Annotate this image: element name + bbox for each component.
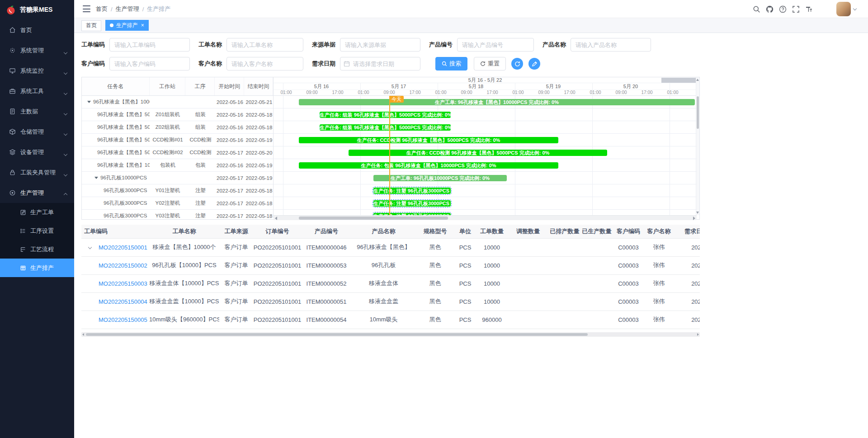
col-workorder-code: 工单编码 <box>81 225 149 238</box>
scroll-left-icon[interactable] <box>82 333 84 336</box>
workorder-name-input[interactable] <box>226 38 303 52</box>
search-icon[interactable] <box>753 5 760 13</box>
close-icon[interactable]: × <box>141 23 144 28</box>
expand-caret-icon[interactable] <box>89 244 99 251</box>
chevron-down-icon <box>853 7 857 10</box>
table-row[interactable]: MO202205150001 移液盒【黑色】10000个 客户订单 PO2022… <box>81 238 700 256</box>
scrollbar-thumb[interactable] <box>697 96 699 129</box>
sidebar-item-system-monitor[interactable]: 系统监控 <box>0 61 74 81</box>
gantt-horizontal-scrollbar[interactable] <box>274 215 697 220</box>
workorder-link[interactable]: MO202205150005 <box>99 316 147 323</box>
collapse-caret-icon[interactable] <box>87 101 91 103</box>
field-label: 需求日期 <box>312 60 335 68</box>
gantt-task-row[interactable]: 96孔孔板10000PCS 2022-05-17 2022-05-19 <box>82 172 273 184</box>
sidebar-item-tooling[interactable]: 工装夹具管理 <box>0 162 74 183</box>
github-icon[interactable] <box>766 5 774 13</box>
tab-production-scheduling[interactable]: 生产排产 × <box>105 20 149 31</box>
sidebar-item-process-flow[interactable]: 工艺流程 <box>0 240 74 259</box>
collapse-caret-icon[interactable] <box>94 177 98 179</box>
gantt-bar-task-selected[interactable]: 生产任务: 注塑 96孔孔板3000PCS 完成比例: 0% <box>373 188 451 194</box>
scroll-left-icon[interactable] <box>275 217 277 220</box>
help-icon[interactable] <box>779 5 787 13</box>
sidebar-item-equipment[interactable]: 设备管理 <box>0 142 74 162</box>
workorder-link[interactable]: MO202205150002 <box>99 262 147 269</box>
workorder-code-input[interactable] <box>109 38 190 52</box>
product-name-input[interactable] <box>571 38 651 52</box>
demand-date-input[interactable] <box>340 57 420 71</box>
gantt-task-row[interactable]: 96孔移液盒【黑色】5000PCS Z02组装机 组装 2022-05-16 2… <box>82 121 273 134</box>
gantt-bar-task[interactable]: 生产任务: CCD检测 96孔移液盒【黑色】5000PCS 完成比例: 0% <box>299 137 558 143</box>
gantt-task-row[interactable]: 96孔移液盒【黑色】5000PCS CCD检测#02 CCD检测 2022-05… <box>82 146 273 159</box>
scrollbar-thumb[interactable] <box>86 333 588 336</box>
app-title: 苦糖果MES <box>20 6 52 14</box>
table-row[interactable]: MO202205150004 移液盒盒盖【10000】PCS 客户订单 PO20… <box>81 292 700 311</box>
gantt-bar-row: 生产任务: CCD检测 96孔移液盒【黑色】5000PCS 完成比例: 0% <box>274 134 697 146</box>
fullscreen-icon[interactable] <box>792 5 800 13</box>
customer-name-input[interactable] <box>226 57 303 71</box>
gantt-bar-task[interactable]: 生产任务: CCD检测 96孔移液盒【黑色】5000PCS 完成比例: 0% <box>349 150 607 156</box>
scrollbar-thumb[interactable] <box>299 217 448 220</box>
gantt-task-row[interactable]: 96孔移液盒【黑色】5000PCS CCD检测#01 CCD检测 2022-05… <box>82 134 273 146</box>
sidebar-item-system-admin[interactable]: 系统管理 <box>0 40 74 61</box>
chevron-down-icon <box>64 150 67 157</box>
gantt-task-row[interactable]: 96孔移液盒【黑色】10000PCS 包装机 包装 2022-05-16 202… <box>82 159 273 172</box>
gantt-bar-row: 生产任务: 组装 96孔移液盒【黑色】5000PCS 完成比例: 0% <box>274 121 697 134</box>
sidebar-item-process-settings[interactable]: 工序设置 <box>0 221 74 240</box>
cell-adjust-qty <box>508 311 548 329</box>
gantt-bar-task-selected[interactable]: 生产任务: 注塑 96孔孔板3000PCS 完成比例: 0% <box>373 200 451 207</box>
scroll-up-icon[interactable] <box>696 79 699 81</box>
table-row[interactable]: MO202205150003 移液盒盒体【10000】PCS 客户订单 PO20… <box>81 274 700 292</box>
avatar[interactable] <box>836 2 851 16</box>
sidebar-item-production[interactable]: 生产管理 <box>0 183 74 203</box>
table-row[interactable]: MO202205150005 10mm吸头【960000】PCS 客户订单 PO… <box>81 311 700 329</box>
reset-button[interactable]: 重置 <box>474 57 506 71</box>
customer-code-input[interactable] <box>109 57 190 71</box>
gantt-bar-workorder[interactable]: 生产工单: 96孔孔板10000PCS 完成比例: 0% <box>373 175 507 181</box>
sidebar-item-production-scheduling[interactable]: 生产排产 <box>0 259 74 277</box>
user-menu[interactable] <box>836 2 856 16</box>
table-horizontal-scrollbar[interactable] <box>81 332 700 337</box>
hour-label: 09:00 <box>538 90 549 95</box>
sidebar-item-home[interactable]: 首页 <box>0 20 74 40</box>
scroll-right-icon[interactable] <box>697 333 699 336</box>
gantt-bar-task[interactable]: 生产任务: 包装 96孔移液盒【黑色】10000PCS 完成比例: 0% <box>299 162 558 169</box>
gantt-task-row[interactable]: 96孔孔板3000PCS Y01注塑机 注塑 2022-05-17 2022-0… <box>82 184 273 197</box>
refresh-schedule-button[interactable] <box>511 58 523 70</box>
table-row[interactable]: MO202205150002 96孔孔板【10000】PCS 客户订单 PO20… <box>81 256 700 274</box>
breadcrumb-home[interactable]: 首页 <box>96 5 108 13</box>
cell-spec: 黑色 <box>416 256 454 274</box>
cell-source: 客户订单 <box>219 256 253 274</box>
breadcrumb-current: 生产排产 <box>147 5 170 13</box>
workorder-link[interactable]: MO202205150004 <box>99 298 147 305</box>
tab-home[interactable]: 首页 <box>81 20 101 31</box>
gantt-task-row[interactable]: 96孔移液盒【黑色】5000PCS Z01组装机 组装 2022-05-16 2… <box>82 108 273 121</box>
product-code-input[interactable] <box>457 38 534 52</box>
gantt-bar-task[interactable]: 生产任务: 组装 96孔移液盒【黑色】5000PCS 完成比例: 0% <box>320 112 451 118</box>
breadcrumb-production[interactable]: 生产管理 <box>116 5 139 13</box>
sidebar-item-master-data[interactable]: 主数据 <box>0 101 74 122</box>
workorder-link[interactable]: MO202205150001 <box>99 244 147 251</box>
gantt-task-row[interactable]: 96孔移液盒【黑色】10000PCS 2022-05-16 2022-05-21 <box>82 96 273 108</box>
cell-adjust-qty <box>508 238 548 256</box>
sidebar-item-production-workorder[interactable]: 生产工单 <box>0 203 74 221</box>
gantt-task-row[interactable]: 96孔孔板3000PCS Y02注塑机 注塑 2022-05-17 2022-0… <box>82 197 273 210</box>
sidebar-item-system-tools[interactable]: 系统工具 <box>0 81 74 101</box>
workorder-link[interactable]: MO202205150003 <box>99 280 147 287</box>
search-button[interactable]: 搜索 <box>435 57 467 71</box>
sidebar-item-warehouse[interactable]: 仓储管理 <box>0 122 74 142</box>
scroll-right-icon[interactable] <box>693 217 695 220</box>
font-size-icon[interactable] <box>805 5 813 13</box>
cell-qty: 10000 <box>476 274 508 292</box>
task-workstation: 包装机 <box>150 162 186 169</box>
task-name: 96孔移液盒【黑色】5000PCS <box>97 111 150 118</box>
cell-customer-code: C00003 <box>613 311 644 329</box>
task-workstation: Z01组装机 <box>150 111 186 118</box>
gantt-task-row[interactable]: 96孔孔板3000PCS Y03注塑机 注塑 2022-05-17 2022-0… <box>82 210 273 218</box>
table-header-row: 工单编码 工单名称 工单来源 订单编号 产品编号 产品名称 规格型号 单位 工单… <box>81 225 700 238</box>
gantt-bar-task-selected[interactable]: 生产任务: 注塑 96孔孔板3000PCS 完成比例: 0% <box>373 213 451 215</box>
edit-schedule-button[interactable] <box>528 58 540 70</box>
source-doc-input[interactable] <box>340 38 420 52</box>
hamburger-menu-icon[interactable] <box>83 5 90 12</box>
gantt-bar-task[interactable]: 生产任务: 组装 96孔移液盒【黑色】5000PCS 完成比例: 0% <box>320 124 451 131</box>
gantt-bar-workorder[interactable]: 生产工单: 96孔移液盒【黑色】10000PCS 完成比例: 0% <box>299 99 695 105</box>
